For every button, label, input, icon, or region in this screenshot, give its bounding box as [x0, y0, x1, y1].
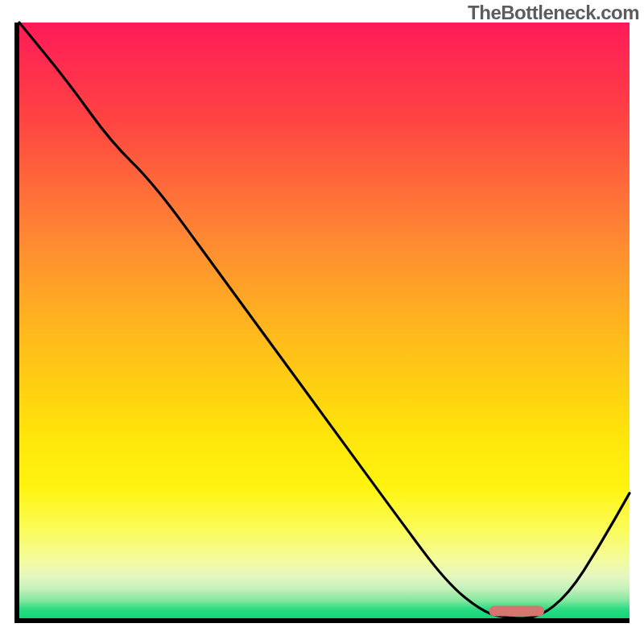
- marker-layer: [19, 23, 630, 618]
- watermark-text: TheBottleneck.com: [468, 2, 639, 24]
- plot-area: [14, 23, 630, 623]
- bottleneck-chart: TheBottleneck.com: [0, 0, 644, 644]
- optimal-marker: [489, 606, 544, 617]
